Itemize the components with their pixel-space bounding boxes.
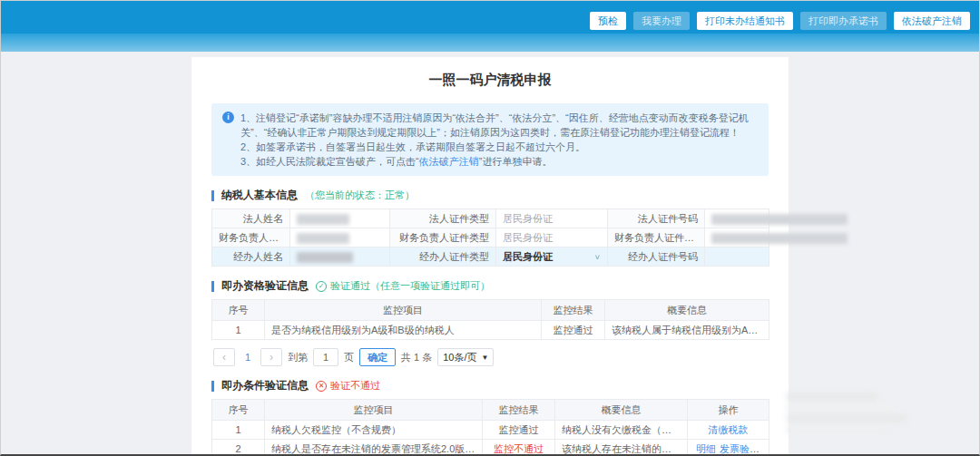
page-size-select[interactable]: 10条/页▼ [437,348,494,366]
page-number[interactable]: 1 [240,348,255,366]
header-cell: 监控结果 [542,300,605,321]
field-value [705,228,769,247]
check-icon: ✓ [316,281,327,292]
section-accent-bar [211,190,214,201]
basic-info-table: 法人姓名 法人证件类型 居民身份证 法人证件号码 财务负责人姓名 财务负责人证件… [211,209,769,267]
redacted-value [711,233,848,244]
page-input[interactable] [313,348,338,366]
page-title: 一照一码户清税申报 [211,72,769,89]
notice-line-3: 3、如经人民法院裁定宣告破产，可点击“依法破产注销”进行单独申请。 [240,154,758,169]
info-icon: i [222,112,234,123]
table-row: 2 纳税人是否存在未注销的发票管理系统2.0版（税控部分... 监控不通过 该纳… [212,440,769,456]
item-cell: 是否为纳税信用级别为A级和B级的纳税人 [265,321,542,340]
header-cell: 序号 [212,400,265,421]
result-cell: 监控通过 [542,321,605,340]
field-value [705,209,769,228]
redacted-value [297,214,349,225]
table-row: 1 纳税人欠税监控（不含规费） 监控通过 纳税人没有欠缴税金（不含规费） 清缴税… [212,421,769,440]
action-link[interactable]: 发票验旧 [720,443,760,454]
precheck-button[interactable]: 预检 [590,12,626,30]
field-label: 经办人姓名 [212,247,290,267]
condition-table: 序号 监控项目 监控结果 概要信息 操作 1 纳税人欠税监控（不含规费） 监控通… [211,399,769,456]
header-cell: 监控项目 [265,300,542,321]
print-pending-notice-button[interactable]: 打印未办结通知书 [697,12,793,30]
confirm-page-button[interactable]: 确定 [359,348,396,366]
notice-line-2: 2、如签署承诺书，自签署当日起生效，承诺期限自签署之日起不超过六个月。 [240,140,758,154]
result-cell: 监控通过 [483,421,555,440]
seq-cell: 1 [212,421,265,440]
header-cell: 操作 [688,400,769,421]
verify-pass-status: ✓验证通过（任意一项验证通过即可） [316,279,490,293]
seq-cell: 1 [212,321,265,340]
field-label: 法人证件类型 [390,209,496,228]
topbar-buttons: 预检 我要办理 打印未办结通知书 打印即办承诺书 依法破产注销 [590,12,970,30]
table-row: 经办人姓名 经办人证件类型 居民身份证∨ 经办人证件号码 [212,247,769,267]
action-cell: 明细发票验旧发票... [688,440,769,456]
agent-name-field[interactable] [290,247,390,267]
bankruptcy-cancel-button[interactable]: 依法破产注销 [894,12,970,30]
next-page-button[interactable]: › [260,348,282,366]
prev-page-button[interactable]: ‹ [213,348,235,366]
qualification-section-header: 即办资格验证信息 ✓验证通过（任意一项验证通过即可） [211,278,769,294]
summary-cell: 该纳税人属于纳税信用级别为A级和B级的纳税人 [605,321,769,340]
field-label: 法人证件号码 [608,209,705,228]
result-cell: 监控不通过 [483,440,555,456]
topbar-gradient-strip [1,34,979,52]
header-cell: 监控项目 [265,400,483,421]
field-value: 居民身份证 [496,209,608,228]
summary-cell: 该纳税人存在未注销的发票管理系统2.0版（税控部分）... [555,440,688,456]
section-title: 即办资格验证信息 [221,278,309,294]
table-row: 财务负责人姓名 财务负责人证件类型 居民身份证 财务负责人证件号码 [212,228,769,247]
page-unit-label: 页 [344,351,354,364]
field-value [290,228,390,247]
field-label: 财务负责人姓名 [212,228,290,247]
seq-cell: 2 [212,440,265,456]
section-accent-bar [211,381,214,392]
redacted-value [711,214,848,225]
header-cell: 概要信息 [555,400,688,421]
table-row: 1 是否为纳税信用级别为A级和B级的纳税人 监控通过 该纳税人属于纳税信用级别为… [212,321,769,340]
table-header-row: 序号 监控项目 监控结果 概要信息 [212,300,769,321]
goto-label: 到第 [288,351,308,364]
qualification-pagination: ‹ 1 › 到第 页 确定 共 1 条 10条/页▼ [213,348,769,366]
agent-id-field[interactable] [705,247,769,267]
basic-info-section-header: 纳税人基本信息 （您当前的状态：正常） [211,188,769,203]
section-title: 即办条件验证信息 [221,378,309,393]
action-link[interactable]: 清缴税款 [709,424,749,435]
apply-button[interactable]: 我要办理 [633,12,690,30]
item-cell: 纳税人是否存在未注销的发票管理系统2.0版（税控部分... [265,440,483,456]
chevron-down-icon: ∨ [594,253,601,261]
header-cell: 监控结果 [483,400,555,421]
notice-box: i 1、注销登记“承诺制”容缺办理不适用注销原因为“依法合并”、“依法分立”、“… [211,103,769,176]
current-status-note: （您当前的状态：正常） [305,189,415,202]
print-commitment-button[interactable]: 打印即办承诺书 [800,12,887,30]
field-label: 经办人证件类型 [390,247,496,267]
total-count: 共 1 条 [401,351,432,364]
summary-cell: 纳税人没有欠缴税金（不含规费） [555,421,688,440]
header-cell: 序号 [212,300,265,321]
bankruptcy-cancel-link[interactable]: 依法破产注销 [419,156,479,167]
table-header-row: 序号 监控项目 监控结果 概要信息 操作 [212,400,769,421]
action-cell: 清缴税款 [688,421,769,440]
header-cell: 概要信息 [605,300,769,321]
action-link[interactable]: 发票... [763,443,769,454]
notice-line-1: 1、注销登记“承诺制”容缺办理不适用注销原因为“依法合并”、“依法分立”、“因住… [240,111,758,140]
field-value: 居民身份证 [496,228,608,247]
field-label: 经办人证件号码 [608,247,705,267]
table-row: 法人姓名 法人证件类型 居民身份证 法人证件号码 [212,209,769,228]
field-value [290,209,390,228]
item-cell: 纳税人欠税监控（不含规费） [265,421,483,440]
redacted-value [297,233,349,244]
field-label: 财务负责人证件类型 [390,228,496,247]
app-window: 一照一码户清税申报 预检 我要办理 打印未办结通知书 打印即办承诺书 依法破产注… [0,0,980,456]
x-icon: ✕ [316,381,327,392]
condition-section-header: 即办条件验证信息 ✕验证不通过 [211,378,769,393]
content-card: 一照一码户清税申报 i 1、注销登记“承诺制”容缺办理不适用注销原因为“依法合并… [191,57,789,456]
field-label: 财务负责人证件号码 [608,228,705,247]
action-link[interactable]: 明细 [696,443,716,454]
section-accent-bar [211,281,214,292]
id-type-dropdown[interactable]: 居民身份证∨ [496,247,608,267]
section-title: 纳税人基本信息 [221,188,298,203]
qualification-table: 序号 监控项目 监控结果 概要信息 1 是否为纳税信用级别为A级和B级的纳税人 … [211,299,769,340]
redacted-watermark [787,393,914,436]
